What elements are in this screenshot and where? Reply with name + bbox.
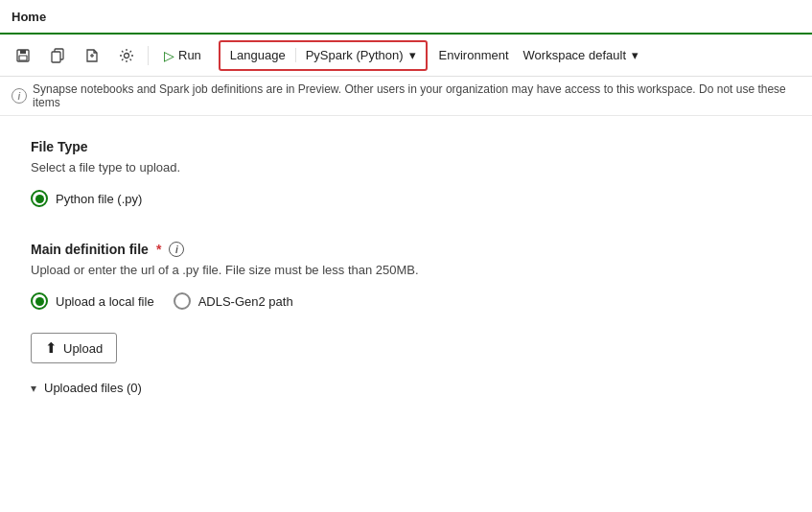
main-def-radio-group: Upload a local file ADLS-Gen2 path: [31, 292, 781, 310]
language-dropdown[interactable]: PySpark (Python) ▾: [296, 48, 426, 62]
info-icon: i: [12, 88, 27, 104]
upload-local-label: Upload a local file: [56, 294, 154, 309]
save-icon: [15, 48, 31, 63]
adls-radio-outer: [174, 292, 191, 310]
svg-point-7: [125, 53, 129, 58]
info-message: Synapse notebooks and Spark job definiti…: [33, 82, 800, 109]
svg-rect-2: [19, 56, 27, 60]
uploaded-files-label: Uploaded files (0): [44, 381, 142, 395]
chevron-down-icon: ▾: [409, 48, 416, 62]
upload-local-radio-inner: [35, 297, 44, 306]
toolbar: ▷ Run Language PySpark (Python) ▾ Enviro…: [0, 35, 812, 77]
language-label: Language: [220, 48, 296, 62]
python-file-label: Python file (.py): [56, 192, 142, 206]
main-def-desc: Upload or enter the url of a .py file. F…: [31, 263, 781, 277]
upload-local-radio[interactable]: Upload a local file: [31, 292, 154, 310]
python-file-radio-outer: [31, 190, 48, 207]
python-file-radio[interactable]: Python file (.py): [31, 190, 142, 207]
python-file-radio-inner: [35, 195, 44, 203]
upload-button-label: Upload: [63, 341, 103, 356]
required-star: *: [156, 242, 161, 257]
language-value: PySpark (Python): [306, 48, 404, 62]
settings-button[interactable]: [111, 40, 142, 71]
adls-label: ADLS-Gen2 path: [198, 294, 293, 309]
uploaded-files-row[interactable]: ▾ Uploaded files (0): [31, 381, 781, 395]
environment-value: Workspace default: [523, 48, 626, 62]
file-type-desc: Select a file type to upload.: [31, 160, 781, 175]
chevron-down-icon: ▾: [632, 48, 638, 62]
upload-local-radio-outer: [31, 292, 48, 310]
run-icon: ▷: [164, 48, 174, 63]
page-title: Home: [12, 10, 46, 24]
environment-label: Environment: [439, 48, 509, 62]
main-def-info-icon[interactable]: i: [169, 242, 184, 257]
upload-button[interactable]: ⬆ Upload: [31, 333, 117, 363]
new-file-icon: [84, 48, 100, 63]
file-type-title: File Type: [31, 139, 781, 154]
upload-arrow-icon: ⬆: [45, 339, 58, 357]
chevron-down-icon: ▾: [31, 382, 36, 395]
copy-button[interactable]: [42, 40, 73, 71]
section-gap: [31, 230, 781, 242]
language-selector: Language PySpark (Python) ▾: [219, 40, 428, 71]
adls-radio[interactable]: ADLS-Gen2 path: [174, 292, 293, 310]
svg-rect-4: [52, 52, 60, 62]
new-file-button[interactable]: [77, 40, 107, 71]
run-button[interactable]: ▷ Run: [154, 44, 211, 67]
file-type-radio-group: Python file (.py): [31, 190, 781, 207]
main-def-title-row: Main definition file * i: [31, 242, 781, 257]
environment-section: Environment Workspace default ▾: [439, 43, 649, 67]
save-button[interactable]: [8, 40, 38, 71]
main-def-title-text: Main definition file: [31, 242, 149, 257]
run-label: Run: [178, 48, 201, 62]
toolbar-divider: [148, 46, 149, 65]
copy-icon: [50, 48, 65, 63]
main-content: File Type Select a file type to upload. …: [0, 116, 812, 512]
svg-rect-1: [20, 50, 26, 54]
settings-icon: [119, 48, 134, 63]
environment-dropdown[interactable]: Workspace default ▾: [513, 43, 649, 67]
title-bar: Home: [0, 0, 812, 35]
info-bar: i Synapse notebooks and Spark job defini…: [0, 77, 812, 116]
